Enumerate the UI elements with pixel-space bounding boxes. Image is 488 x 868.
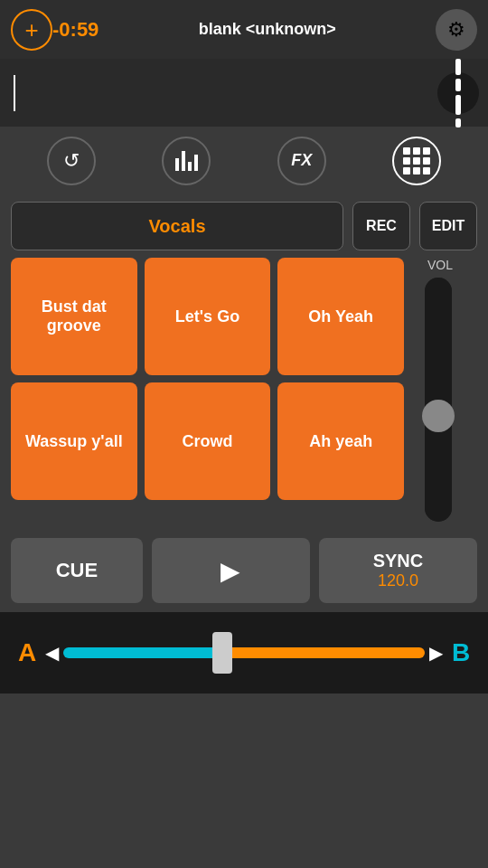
- pad-4-label: Wassup y'all: [25, 432, 123, 451]
- crossfader-a-label: A: [9, 638, 45, 667]
- grid-icon: [403, 147, 430, 175]
- pad-6-label: Ah yeah: [309, 432, 372, 451]
- pad-2-label: Let's Go: [175, 307, 239, 326]
- mixer-icon: [175, 151, 198, 171]
- mixer-button[interactable]: [162, 137, 211, 185]
- pads-volume-section: Bust dat groove Let's Go Oh Yeah Wassup …: [0, 250, 488, 529]
- waveform-view-button[interactable]: [437, 72, 479, 114]
- play-button[interactable]: ▶: [152, 538, 310, 603]
- pad-4[interactable]: Wassup y'all: [11, 382, 137, 500]
- fx-button[interactable]: FX: [277, 137, 326, 185]
- sync-button[interactable]: SYNC 120.0: [319, 538, 477, 603]
- edit-button[interactable]: EDIT: [419, 202, 477, 250]
- crossfader-left-button[interactable]: ◀: [45, 642, 59, 664]
- rec-button[interactable]: REC: [352, 202, 410, 250]
- sync-label: SYNC: [373, 551, 424, 571]
- rec-label: REC: [366, 218, 397, 234]
- play-icon: ▶: [221, 556, 240, 586]
- crossfader-track[interactable]: [63, 647, 425, 658]
- time-display: -0:59: [52, 18, 99, 42]
- vol-label: VOL: [404, 258, 472, 272]
- channel-name-button[interactable]: Vocals: [11, 202, 343, 250]
- controls-row: ↺ FX: [0, 127, 488, 194]
- channel-name: Vocals: [149, 216, 206, 237]
- add-button[interactable]: +: [11, 9, 52, 51]
- edit-label: EDIT: [432, 218, 465, 234]
- cue-button[interactable]: CUE: [11, 538, 143, 603]
- crossfader-thumb[interactable]: [212, 632, 232, 674]
- waveform-area: [0, 59, 488, 127]
- loop-button[interactable]: ↺: [47, 137, 96, 185]
- playhead: [14, 75, 15, 111]
- channel-section: Vocals REC EDIT: [0, 194, 488, 250]
- plus-icon: +: [24, 18, 38, 42]
- volume-slider[interactable]: [425, 278, 452, 522]
- crossfader-b-label: B: [443, 638, 479, 667]
- settings-button[interactable]: [436, 9, 477, 51]
- pad-2[interactable]: Let's Go: [145, 258, 271, 375]
- loop-icon: ↺: [63, 149, 80, 173]
- pads-grid: Bust dat groove Let's Go Oh Yeah Wassup …: [11, 258, 404, 500]
- pad-1-label: Bust dat groove: [20, 297, 128, 335]
- pad-5-label: Crowd: [182, 432, 232, 451]
- transport-section: CUE ▶ SYNC 120.0: [0, 529, 488, 612]
- header: + -0:59 blank <unknown>: [0, 0, 488, 59]
- cue-label: CUE: [56, 559, 98, 581]
- gear-icon: [447, 18, 465, 42]
- pad-5[interactable]: Crowd: [145, 382, 271, 500]
- pad-3-label: Oh Yeah: [308, 307, 373, 326]
- grid-button[interactable]: [392, 137, 441, 185]
- pad-3[interactable]: Oh Yeah: [277, 258, 404, 375]
- pad-6[interactable]: Ah yeah: [277, 382, 404, 500]
- crossfader-right-button[interactable]: ▶: [429, 642, 443, 664]
- vol-slider-thumb[interactable]: [422, 400, 455, 432]
- sync-bpm: 120.0: [378, 571, 418, 590]
- fx-label: FX: [291, 151, 312, 170]
- pad-1[interactable]: Bust dat groove: [11, 258, 137, 375]
- crossfader-section: A ◀ ▶ B: [0, 612, 488, 693]
- bars-icon: [455, 59, 461, 127]
- volume-section: VOL: [404, 258, 472, 522]
- track-title: blank <unknown>: [99, 20, 436, 39]
